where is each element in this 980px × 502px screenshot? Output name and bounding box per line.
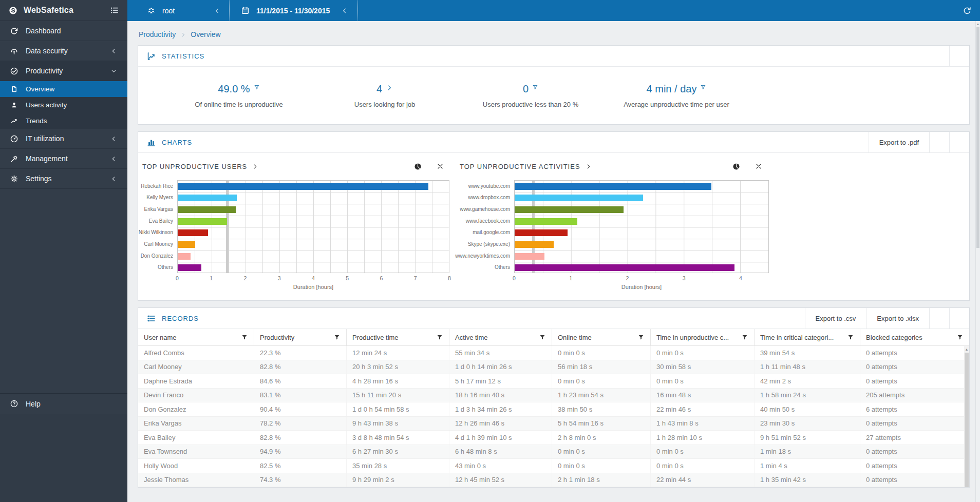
chevron-left-icon[interactable] xyxy=(108,136,119,142)
table-row[interactable]: Daphne Estrada84.6 %4 h 28 min 16 s5 h 1… xyxy=(138,374,969,389)
bar-eva-bailey[interactable] xyxy=(178,218,227,225)
menu-icon[interactable] xyxy=(110,6,119,15)
page-scrollbar[interactable]: ▲ xyxy=(975,21,980,502)
column-header-productive-time[interactable]: Productive time xyxy=(347,329,449,345)
table-row[interactable]: Devin Franco83.1 %15 h 11 min 20 s18 h 1… xyxy=(138,389,969,403)
export-xlsx-button[interactable]: Export to .xlsx xyxy=(866,308,929,329)
records-scrollbar[interactable]: ▲ xyxy=(964,346,969,487)
sidebar-item-it-utilization[interactable]: IT utilization xyxy=(0,129,127,149)
bar-others[interactable] xyxy=(515,264,734,271)
breadcrumb-overview[interactable]: Overview xyxy=(191,30,220,38)
funnel-icon[interactable] xyxy=(532,84,538,90)
chart-top-unproductive-activities: TOP UNPRODUCTIVE ACTIVITIESwww.youtube.c… xyxy=(453,159,773,290)
breadcrumb-productivity[interactable]: Productivity xyxy=(139,30,176,38)
bar-don-gonzalez[interactable] xyxy=(178,253,191,260)
chevron-right-icon[interactable] xyxy=(386,84,393,91)
stat-value[interactable]: 4 xyxy=(376,83,382,95)
bar-www-gamehouse-com[interactable] xyxy=(515,206,624,213)
chevron-down-icon[interactable] xyxy=(108,68,119,74)
funnel-filled-icon[interactable] xyxy=(436,334,443,341)
funnel-filled-icon[interactable] xyxy=(741,334,748,341)
root-scope-tab[interactable]: root xyxy=(127,0,230,21)
chart-x-axis-label: Duration [hours] xyxy=(514,284,769,290)
sidebar-item-management[interactable]: Management xyxy=(0,149,127,169)
table-row[interactable]: Alfred Combs22.3 %12 min 24 s55 min 34 s… xyxy=(138,346,969,360)
funnel-filled-icon[interactable] xyxy=(956,334,964,341)
column-header-online-time[interactable]: Online time xyxy=(552,329,651,345)
bar-skype-skype-exe-[interactable] xyxy=(515,241,554,248)
column-header-time-in-unproductive-c-[interactable]: Time in unproductive c... xyxy=(651,329,755,345)
sidebar-item-productivity[interactable]: Productivity xyxy=(0,61,127,81)
sidebar-item-settings[interactable]: Settings xyxy=(0,169,127,189)
funnel-filled-icon[interactable] xyxy=(333,334,341,341)
columns-icon[interactable] xyxy=(929,308,949,329)
column-header-user-name[interactable]: User name xyxy=(138,329,254,345)
export-csv-button[interactable]: Export to .csv xyxy=(805,308,866,329)
funnel-filled-icon[interactable] xyxy=(241,334,248,341)
column-header-active-time[interactable]: Active time xyxy=(449,329,552,345)
chevron-left-icon[interactable] xyxy=(108,48,119,54)
bar-kelly-myers[interactable] xyxy=(178,195,237,201)
funnel-icon[interactable] xyxy=(700,84,706,90)
records-collapse-button[interactable] xyxy=(949,308,969,329)
charts-collapse-button[interactable] xyxy=(949,132,969,152)
page-scrollbar-thumb[interactable] xyxy=(976,27,979,248)
column-header-time-in-critical-categori-[interactable]: Time in critical categori... xyxy=(755,329,860,345)
table-row[interactable]: Jessie Thomas74.3 %9 h 29 min 2 s12 h 45… xyxy=(138,473,969,488)
chevron-left-icon[interactable] xyxy=(108,156,119,162)
chevron-right-icon[interactable] xyxy=(585,163,592,170)
sidebar-item-trends[interactable]: Trends xyxy=(0,113,127,129)
close-icon[interactable] xyxy=(755,162,763,170)
bar-www-dropbox-com[interactable] xyxy=(515,195,643,201)
pie-chart-icon[interactable] xyxy=(732,162,741,171)
bar-rebekah-rice[interactable] xyxy=(178,183,428,190)
pie-chart-icon[interactable] xyxy=(413,162,422,171)
layout-grid-icon[interactable] xyxy=(929,132,949,152)
sidebar-item-label: Dashboard xyxy=(26,27,119,35)
scroll-up-arrow-icon[interactable]: ▲ xyxy=(964,346,969,352)
chevron-left-icon[interactable] xyxy=(214,7,221,14)
bar-mail-google-com[interactable] xyxy=(515,229,568,236)
chevron-right-icon[interactable] xyxy=(252,163,258,170)
bar-others[interactable] xyxy=(178,264,201,271)
bar-www-facebook-com[interactable] xyxy=(515,218,577,225)
sidebar-item-help[interactable]: Help xyxy=(0,393,127,414)
sidebar-item-overview[interactable]: Overview xyxy=(0,81,127,97)
table-row[interactable]: Holly Wood82.5 %35 min 28 s43 min 0 s0 m… xyxy=(138,459,969,473)
trends-icon xyxy=(8,117,20,125)
sidebar-item-data-security[interactable]: Data security xyxy=(0,41,127,61)
table-row[interactable]: Don Gonzalez90.4 %1 d 0 h 54 min 58 s1 d… xyxy=(138,402,969,417)
stat-value[interactable]: 4 min / day xyxy=(647,83,697,95)
bar-www-newyorktimes-com[interactable] xyxy=(515,253,544,260)
chart-title[interactable]: TOP UNPRODUCTIVE ACTIVITIES xyxy=(460,163,580,170)
chart-title[interactable]: TOP UNPRODUCTIVE USERS xyxy=(142,163,247,170)
bar-carl-mooney[interactable] xyxy=(178,241,195,248)
statistics-collapse-button[interactable] xyxy=(949,46,969,66)
bar-nikki-wilkinson[interactable] xyxy=(178,229,208,236)
refresh-icon[interactable] xyxy=(963,6,972,15)
bar-www-youtube-com[interactable] xyxy=(515,183,711,190)
export-pdf-button[interactable]: Export to .pdf xyxy=(869,132,929,152)
chevron-left-icon[interactable] xyxy=(341,7,348,14)
table-row[interactable]: Erika Vargas78.2 %9 h 43 min 38 s12 h 26… xyxy=(138,417,969,431)
sidebar-item-dashboard[interactable]: Dashboard xyxy=(0,21,127,41)
funnel-filled-icon[interactable] xyxy=(539,334,546,341)
column-header-blocked-categories[interactable]: Blocked categories xyxy=(860,329,969,345)
funnel-filled-icon[interactable] xyxy=(637,334,645,341)
close-icon[interactable] xyxy=(436,162,444,170)
chevron-left-icon[interactable] xyxy=(108,176,119,182)
bar-erika-vargas[interactable] xyxy=(178,206,236,213)
stat-value[interactable]: 49.0 % xyxy=(218,83,250,95)
records-scrollbar-thumb[interactable] xyxy=(965,353,969,487)
table-row[interactable]: Eva Bailey82.8 %3 d 8 h 48 min 54 s4 d 1… xyxy=(138,431,969,445)
date-range-tab[interactable]: 11/1/2015 - 11/30/2015 xyxy=(230,0,358,21)
column-header-productivity[interactable]: Productivity xyxy=(254,329,347,345)
stat-caption: Users productive less than 20 % xyxy=(458,101,604,108)
funnel-filled-icon[interactable] xyxy=(847,334,854,341)
funnel-icon[interactable] xyxy=(254,84,260,90)
page-scroll-up-arrow-icon[interactable]: ▲ xyxy=(976,21,980,27)
table-row[interactable]: Carl Mooney82.8 %20 h 3 min 52 s1 d 0 h … xyxy=(138,360,969,375)
sidebar-item-users-activity[interactable]: Users activity xyxy=(0,97,127,113)
table-row[interactable]: Eva Townsend94.9 %6 h 27 min 30 s6 h 48 … xyxy=(138,445,969,459)
stat-value[interactable]: 0 xyxy=(523,83,529,95)
